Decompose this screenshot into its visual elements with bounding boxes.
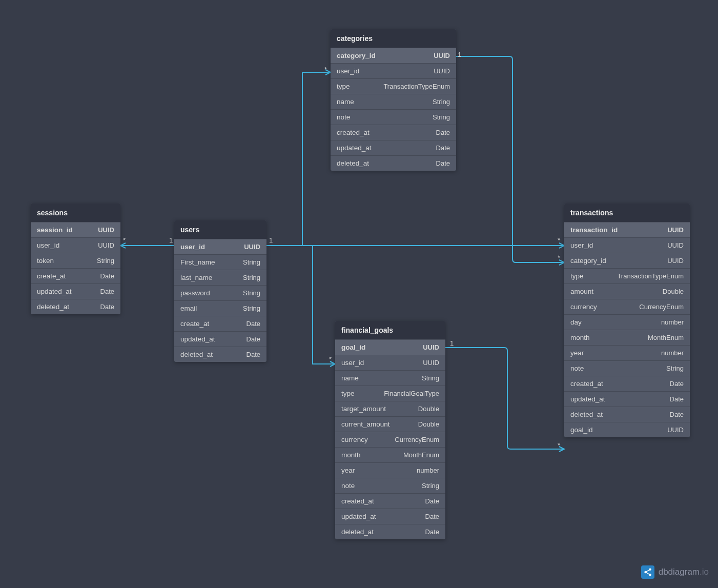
table-row[interactable]: daynumber [564,314,690,330]
field-name: created_at [337,129,370,136]
table-row[interactable]: nameString [335,370,445,386]
table-row[interactable]: deleted_atDate [331,155,456,171]
table-row[interactable]: category_idUUID [564,253,690,268]
field-type: UUID [98,241,114,249]
table-row[interactable]: user_idUUID [331,63,456,78]
table-row[interactable]: user_idUUID [31,237,120,253]
field-name: name [337,98,354,106]
table-row[interactable]: session_idUUID [31,222,120,237]
table-row[interactable]: last_nameString [174,270,266,285]
field-type: String [422,374,439,382]
field-name: created_at [570,380,603,388]
field-type: Date [670,380,684,388]
field-name: token [37,257,54,265]
field-name: password [180,289,210,297]
table-row[interactable]: nameString [331,94,456,109]
field-name: goal_id [570,426,593,434]
table-row[interactable]: created_atDate [331,125,456,140]
table-row[interactable]: noteString [564,360,690,376]
field-type: UUID [434,52,450,59]
field-type: UUID [423,343,439,351]
table-row[interactable]: deleted_atDate [564,407,690,422]
table-sessions[interactable]: sessionssession_idUUIDuser_idUUIDtokenSt… [31,204,120,314]
table-row[interactable]: monthMonthEnum [335,447,445,462]
field-type: Date [670,411,684,418]
table-row[interactable]: monthMonthEnum [564,330,690,345]
table-transactions[interactable]: transactionstransaction_idUUIDuser_idUUI… [564,204,690,437]
table-row[interactable]: emailString [174,300,266,316]
table-row[interactable]: First_nameString [174,254,266,270]
table-row[interactable]: user_idUUID [174,239,266,254]
field-type: Date [100,272,114,280]
field-name: category_id [570,257,606,265]
field-name: name [341,374,359,382]
table-row[interactable]: updated_atDate [174,331,266,347]
table-row[interactable]: goal_idUUID [564,422,690,437]
table-categories[interactable]: categoriescategory_idUUIDuser_idUUIDtype… [331,29,456,171]
table-row[interactable]: updated_atDate [331,140,456,155]
field-name: user_id [180,243,205,251]
table-row[interactable]: currencyCurrencyEnum [335,432,445,447]
table-row[interactable]: yearnumber [335,462,445,478]
table-row[interactable]: updated_atDate [335,509,445,524]
table-row[interactable]: target_amountDouble [335,401,445,416]
field-name: email [180,305,197,312]
table-header[interactable]: categories [331,29,456,48]
field-name: created_at [341,497,374,505]
field-name: user_id [341,359,364,367]
table-row[interactable]: created_atDate [564,376,690,391]
table-row[interactable]: typeTransactionTypeEnum [564,268,690,283]
table-row[interactable]: deleted_atDate [31,299,120,314]
table-row[interactable]: currencyCurrencyEnum [564,299,690,314]
table-header[interactable]: transactions [564,204,690,222]
table-row[interactable]: user_idUUID [564,237,690,253]
field-type: MonthEnum [648,334,684,341]
field-type: Date [100,303,114,311]
table-users[interactable]: usersuser_idUUIDFirst_nameStringlast_nam… [174,220,266,362]
field-type: String [422,482,439,490]
table-row[interactable]: noteString [335,478,445,493]
cardinality-label: 1 [169,236,173,244]
table-row[interactable]: current_amountDouble [335,416,445,432]
table-row[interactable]: yearnumber [564,345,690,360]
field-name: updated_at [341,513,376,520]
table-row[interactable]: user_idUUID [335,355,445,370]
table-header[interactable]: financial_goals [335,321,445,339]
table-row[interactable]: transaction_idUUID [564,222,690,237]
field-type: Date [247,351,260,358]
field-type: CurrencyEnum [639,303,684,311]
table-row[interactable]: typeFinancialGoalType [335,386,445,401]
table-row[interactable]: noteString [331,109,456,125]
table-header[interactable]: sessions [31,204,120,222]
field-name: transaction_id [570,226,618,234]
table-row[interactable]: created_atDate [335,493,445,509]
table-row[interactable]: tokenString [31,253,120,268]
table-row[interactable]: category_idUUID [331,48,456,63]
cardinality-label: 1 [450,339,454,347]
cardinality-label: * [329,355,332,363]
table-row[interactable]: typeTransactionTypeEnum [331,78,456,94]
field-type: Date [670,395,684,403]
table-row[interactable]: amountDouble [564,283,690,299]
table-header[interactable]: users [174,220,266,239]
cardinality-label: * [558,254,560,261]
table-row[interactable]: goal_idUUID [335,339,445,355]
field-type: Date [436,144,450,152]
field-name: create_at [37,272,66,280]
field-type: String [243,258,260,266]
table-row[interactable]: create_atDate [31,268,120,283]
field-type: Date [247,320,260,328]
field-name: day [570,318,582,326]
field-name: user_id [337,67,359,75]
table-row[interactable]: updated_atDate [31,283,120,299]
table-row[interactable]: deleted_atDate [174,347,266,362]
field-type: Date [436,159,450,167]
table-row[interactable]: updated_atDate [564,391,690,407]
table-row[interactable]: create_atDate [174,316,266,331]
table-row[interactable]: deleted_atDate [335,524,445,539]
table-row[interactable]: passwordString [174,285,266,300]
field-name: category_id [337,52,376,59]
field-type: String [666,364,684,372]
table-financial_goals[interactable]: financial_goalsgoal_idUUIDuser_idUUIDnam… [335,321,445,539]
field-type: UUID [434,67,450,75]
